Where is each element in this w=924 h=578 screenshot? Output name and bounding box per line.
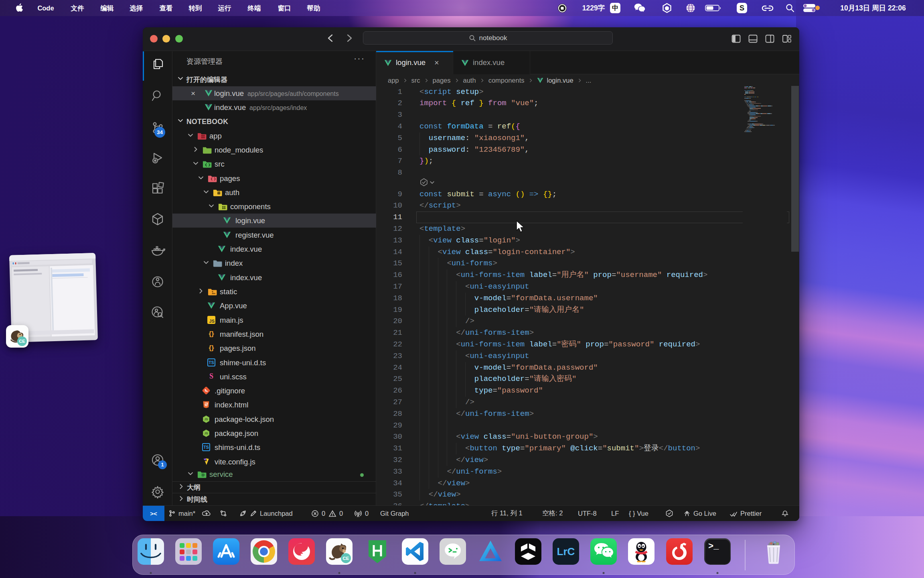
svg-text:JS: JS bbox=[204, 431, 208, 435]
svg-text:JS: JS bbox=[204, 417, 208, 421]
